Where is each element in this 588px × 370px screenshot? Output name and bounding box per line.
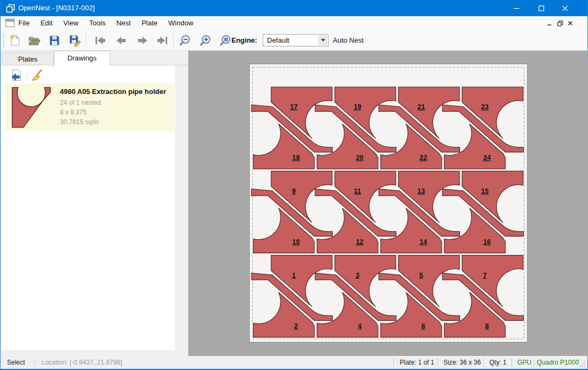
drawing-thumbnail bbox=[10, 87, 53, 128]
auto-nest-label[interactable]: Auto Nest bbox=[333, 30, 364, 51]
mdi-restore-button[interactable] bbox=[555, 18, 565, 28]
combo-dropdown-arrow[interactable] bbox=[318, 35, 327, 45]
menu-plate[interactable]: Plate bbox=[136, 16, 163, 30]
part-number-label: 19 bbox=[354, 103, 361, 111]
engine-label: Engine: bbox=[231, 30, 257, 51]
status-separator bbox=[483, 358, 484, 367]
menu-file[interactable]: File bbox=[13, 16, 35, 30]
toolbar-separator bbox=[173, 33, 174, 48]
application-window: OpenNest - [N0317-002] FileEditViewTools… bbox=[0, 0, 588, 370]
maximize-button[interactable] bbox=[532, 0, 550, 16]
drawing-nested-count: 24 of 1 nested bbox=[60, 99, 101, 106]
menu-bar: FileEditViewToolsNestPlateWindow bbox=[1, 16, 587, 30]
part-number-label: 3 bbox=[355, 272, 359, 279]
engine-value: Default bbox=[267, 35, 289, 46]
status-location: Location: [-0.9437, 21.8796] bbox=[42, 356, 122, 369]
part-number-label: 20 bbox=[356, 154, 364, 162]
plate: 171819202122232491011121314151612345678 bbox=[250, 64, 527, 342]
status-separator bbox=[393, 358, 394, 367]
return-drawing-icon[interactable] bbox=[10, 69, 23, 82]
drawing-area: 30.7815 sq/in bbox=[60, 118, 99, 126]
status-qty: Qty: 1 bbox=[489, 356, 507, 369]
title-bar[interactable]: OpenNest - [N0317-002] bbox=[1, 0, 587, 16]
part-number-label: 24 bbox=[483, 154, 491, 162]
save-as-button[interactable] bbox=[69, 34, 81, 47]
tab-plates[interactable]: Plates bbox=[2, 52, 54, 65]
part-number-label: 5 bbox=[419, 272, 423, 279]
part-number-label: 9 bbox=[292, 187, 296, 195]
zoom-in-button[interactable] bbox=[200, 34, 213, 47]
menu-tools[interactable]: Tools bbox=[84, 16, 111, 30]
open-file-button[interactable] bbox=[28, 34, 41, 47]
part-number-label: 18 bbox=[292, 154, 300, 162]
status-separator bbox=[511, 358, 512, 367]
status-bar: Select Location: [-0.9437, 21.8796] Plat… bbox=[1, 356, 587, 370]
part-number-label: 14 bbox=[420, 238, 427, 246]
part-number-label: 10 bbox=[292, 238, 300, 246]
status-separator bbox=[437, 358, 438, 367]
left-panel: Plates Drawings 4980 A05 Extraction pipe… bbox=[1, 51, 188, 356]
minimize-button[interactable] bbox=[507, 0, 525, 16]
next-plate-button[interactable] bbox=[136, 34, 149, 47]
part-number-label: 8 bbox=[485, 322, 489, 330]
app-icon bbox=[6, 4, 15, 13]
zoom-out-button[interactable] bbox=[179, 34, 192, 47]
part-number-label: 1 bbox=[292, 272, 296, 279]
part-number-label: 11 bbox=[354, 187, 361, 195]
menu-view[interactable]: View bbox=[58, 16, 84, 30]
part-number-label: 13 bbox=[418, 187, 425, 195]
part-number-label: 4 bbox=[358, 322, 361, 330]
menu-items: FileEditViewToolsNestPlateWindow bbox=[13, 16, 199, 30]
close-button[interactable] bbox=[556, 0, 574, 16]
mdi-minimize-button[interactable] bbox=[545, 18, 555, 28]
drawings-list: 4980 A05 Extraction pipe holder 24 of 1 … bbox=[1, 65, 175, 350]
status-mode: Select bbox=[7, 356, 25, 369]
part-number-label: 7 bbox=[483, 272, 487, 279]
part-number-label: 12 bbox=[356, 238, 364, 246]
last-plate-button[interactable] bbox=[156, 34, 169, 47]
part-number-label: 21 bbox=[418, 103, 425, 111]
part-number-label: 22 bbox=[420, 154, 427, 162]
status-size: Size: 36 x 36 bbox=[443, 356, 481, 369]
resize-grip[interactable] bbox=[579, 361, 585, 367]
toolbar-separator bbox=[86, 33, 86, 48]
drawing-title: 4980 A05 Extraction pipe holder bbox=[60, 88, 166, 96]
panel-toolbar-separator bbox=[27, 70, 28, 82]
menu-window[interactable]: Window bbox=[163, 16, 199, 30]
menu-edit[interactable]: Edit bbox=[35, 16, 58, 30]
new-file-button[interactable] bbox=[9, 34, 22, 47]
part-number-label: 16 bbox=[483, 238, 491, 246]
part-number-label: 6 bbox=[421, 322, 425, 330]
part-number-label: 15 bbox=[481, 187, 489, 195]
tab-strip: Plates Drawings bbox=[1, 51, 188, 65]
drawing-size: 8 x 8.375 bbox=[60, 109, 86, 116]
zoom-fit-button[interactable] bbox=[220, 34, 233, 47]
status-separator bbox=[35, 358, 35, 367]
mdi-close-button[interactable] bbox=[565, 18, 575, 28]
toolbar: Engine: Default Auto Nest bbox=[1, 30, 587, 51]
status-plate: Plate: 1 of 1 bbox=[400, 356, 434, 369]
window-title: OpenNest - [N0317-002] bbox=[18, 0, 95, 16]
part-number-label: 23 bbox=[481, 103, 489, 111]
save-button[interactable] bbox=[48, 34, 61, 47]
status-gpu: GPU : Quadro P1000 bbox=[517, 356, 579, 369]
part-number-label: 2 bbox=[294, 322, 298, 330]
engine-combobox[interactable]: Default bbox=[263, 34, 329, 46]
part-number-label: 17 bbox=[290, 103, 298, 111]
first-plate-button[interactable] bbox=[94, 34, 107, 47]
drawing-list-item[interactable]: 4980 A05 Extraction pipe holder 24 of 1 … bbox=[5, 83, 174, 131]
tab-drawings[interactable]: Drawings bbox=[54, 51, 110, 66]
menu-nest[interactable]: Nest bbox=[111, 16, 136, 30]
toolbar-grip[interactable] bbox=[3, 34, 4, 47]
previous-plate-button[interactable] bbox=[115, 34, 128, 47]
nest-canvas[interactable]: 171819202122232491011121314151612345678 bbox=[188, 51, 588, 356]
clear-drawings-icon[interactable] bbox=[31, 69, 44, 82]
